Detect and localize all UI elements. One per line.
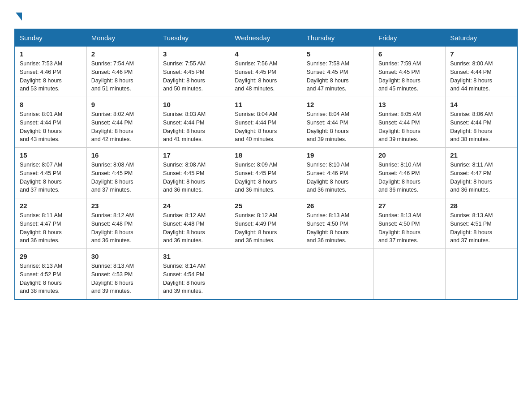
- day-cell: 12 Sunrise: 8:04 AM Sunset: 4:44 PM Dayl…: [302, 97, 373, 148]
- week-row-4: 22 Sunrise: 8:11 AM Sunset: 4:47 PM Dayl…: [15, 198, 517, 249]
- day-number: 18: [235, 151, 297, 159]
- day-info: Sunrise: 8:04 AM Sunset: 4:44 PM Dayligh…: [235, 110, 297, 144]
- day-info: Sunrise: 8:02 AM Sunset: 4:44 PM Dayligh…: [91, 110, 154, 144]
- day-cell: 22 Sunrise: 8:11 AM Sunset: 4:47 PM Dayl…: [15, 198, 86, 249]
- day-info: Sunrise: 7:55 AM Sunset: 4:45 PM Dayligh…: [163, 60, 225, 93]
- day-info: Sunrise: 8:10 AM Sunset: 4:46 PM Dayligh…: [378, 161, 441, 194]
- day-number: 14: [450, 101, 512, 108]
- day-number: 1: [20, 50, 82, 58]
- day-info: Sunrise: 8:03 AM Sunset: 4:44 PM Dayligh…: [163, 110, 225, 144]
- day-info: Sunrise: 7:53 AM Sunset: 4:46 PM Dayligh…: [20, 60, 82, 93]
- col-header-wednesday: Wednesday: [230, 29, 302, 47]
- day-info: Sunrise: 8:12 AM Sunset: 4:49 PM Dayligh…: [235, 211, 297, 245]
- logo: [14, 11, 22, 21]
- day-number: 8: [20, 101, 82, 108]
- day-number: 25: [235, 202, 297, 210]
- day-number: 7: [450, 50, 512, 58]
- day-info: Sunrise: 8:07 AM Sunset: 4:45 PM Dayligh…: [20, 161, 82, 194]
- day-number: 26: [307, 202, 369, 210]
- day-number: 20: [378, 151, 441, 159]
- day-number: 16: [91, 151, 154, 159]
- day-number: 5: [307, 50, 369, 58]
- week-row-2: 8 Sunrise: 8:01 AM Sunset: 4:44 PM Dayli…: [15, 97, 517, 148]
- day-number: 17: [163, 151, 225, 159]
- day-cell: 24 Sunrise: 8:12 AM Sunset: 4:48 PM Dayl…: [159, 198, 230, 249]
- week-row-1: 1 Sunrise: 7:53 AM Sunset: 4:46 PM Dayli…: [15, 47, 517, 97]
- col-header-thursday: Thursday: [302, 29, 373, 47]
- day-number: 15: [20, 151, 82, 159]
- day-number: 31: [163, 253, 225, 260]
- day-info: Sunrise: 8:11 AM Sunset: 4:47 PM Dayligh…: [450, 161, 512, 194]
- day-cell: 17 Sunrise: 8:08 AM Sunset: 4:45 PM Dayl…: [159, 148, 230, 198]
- day-number: 3: [163, 50, 225, 58]
- day-info: Sunrise: 8:08 AM Sunset: 4:45 PM Dayligh…: [91, 161, 154, 194]
- day-cell: 18 Sunrise: 8:09 AM Sunset: 4:45 PM Dayl…: [230, 148, 302, 198]
- day-cell: 4 Sunrise: 7:56 AM Sunset: 4:45 PM Dayli…: [230, 47, 302, 97]
- week-row-3: 15 Sunrise: 8:07 AM Sunset: 4:45 PM Dayl…: [15, 148, 517, 198]
- day-info: Sunrise: 8:13 AM Sunset: 4:52 PM Dayligh…: [20, 262, 82, 295]
- day-number: 22: [20, 202, 82, 210]
- day-number: 23: [91, 202, 154, 210]
- day-cell: 7 Sunrise: 8:00 AM Sunset: 4:44 PM Dayli…: [446, 47, 517, 97]
- day-cell: 14 Sunrise: 8:06 AM Sunset: 4:44 PM Dayl…: [446, 97, 517, 148]
- day-number: 9: [91, 101, 154, 108]
- day-info: Sunrise: 8:10 AM Sunset: 4:46 PM Dayligh…: [307, 161, 369, 194]
- day-number: 4: [235, 50, 297, 58]
- day-info: Sunrise: 7:59 AM Sunset: 4:45 PM Dayligh…: [378, 60, 441, 93]
- week-row-5: 29 Sunrise: 8:13 AM Sunset: 4:52 PM Dayl…: [15, 249, 517, 300]
- day-info: Sunrise: 8:14 AM Sunset: 4:54 PM Dayligh…: [163, 262, 225, 295]
- day-cell: 5 Sunrise: 7:58 AM Sunset: 4:45 PM Dayli…: [302, 47, 373, 97]
- day-number: 13: [378, 101, 441, 108]
- day-cell: 10 Sunrise: 8:03 AM Sunset: 4:44 PM Dayl…: [159, 97, 230, 148]
- day-cell: 23 Sunrise: 8:12 AM Sunset: 4:48 PM Dayl…: [86, 198, 158, 249]
- day-info: Sunrise: 8:11 AM Sunset: 4:47 PM Dayligh…: [20, 211, 82, 245]
- day-number: 11: [235, 101, 297, 108]
- day-cell: 9 Sunrise: 8:02 AM Sunset: 4:44 PM Dayli…: [86, 97, 158, 148]
- day-number: 21: [450, 151, 512, 159]
- col-header-monday: Monday: [86, 29, 158, 47]
- day-number: 30: [91, 253, 154, 260]
- day-number: 24: [163, 202, 225, 210]
- day-info: Sunrise: 8:06 AM Sunset: 4:44 PM Dayligh…: [450, 110, 512, 144]
- day-cell: [373, 249, 445, 300]
- day-info: Sunrise: 8:13 AM Sunset: 4:53 PM Dayligh…: [91, 262, 154, 295]
- day-info: Sunrise: 8:00 AM Sunset: 4:44 PM Dayligh…: [450, 60, 512, 93]
- day-cell: 1 Sunrise: 7:53 AM Sunset: 4:46 PM Dayli…: [15, 47, 86, 97]
- logo-arrow-icon: [16, 13, 22, 21]
- page-header: [14, 11, 518, 21]
- day-cell: [446, 249, 517, 300]
- day-info: Sunrise: 8:12 AM Sunset: 4:48 PM Dayligh…: [91, 211, 154, 245]
- day-number: 28: [450, 202, 512, 210]
- day-info: Sunrise: 8:13 AM Sunset: 4:51 PM Dayligh…: [450, 211, 512, 245]
- day-cell: 25 Sunrise: 8:12 AM Sunset: 4:49 PM Dayl…: [230, 198, 302, 249]
- day-cell: [230, 249, 302, 300]
- day-cell: 11 Sunrise: 8:04 AM Sunset: 4:44 PM Dayl…: [230, 97, 302, 148]
- day-cell: 19 Sunrise: 8:10 AM Sunset: 4:46 PM Dayl…: [302, 148, 373, 198]
- day-info: Sunrise: 7:54 AM Sunset: 4:46 PM Dayligh…: [91, 60, 154, 93]
- day-cell: 6 Sunrise: 7:59 AM Sunset: 4:45 PM Dayli…: [373, 47, 445, 97]
- day-cell: 13 Sunrise: 8:05 AM Sunset: 4:44 PM Dayl…: [373, 97, 445, 148]
- day-info: Sunrise: 8:09 AM Sunset: 4:45 PM Dayligh…: [235, 161, 297, 194]
- day-number: 2: [91, 50, 154, 58]
- day-info: Sunrise: 7:56 AM Sunset: 4:45 PM Dayligh…: [235, 60, 297, 93]
- day-number: 19: [307, 151, 369, 159]
- day-cell: 29 Sunrise: 8:13 AM Sunset: 4:52 PM Dayl…: [15, 249, 86, 300]
- day-cell: 3 Sunrise: 7:55 AM Sunset: 4:45 PM Dayli…: [159, 47, 230, 97]
- day-number: 12: [307, 101, 369, 108]
- day-info: Sunrise: 8:08 AM Sunset: 4:45 PM Dayligh…: [163, 161, 225, 194]
- day-info: Sunrise: 8:12 AM Sunset: 4:48 PM Dayligh…: [163, 211, 225, 245]
- col-header-saturday: Saturday: [446, 29, 517, 47]
- day-number: 29: [20, 253, 82, 260]
- day-info: Sunrise: 8:05 AM Sunset: 4:44 PM Dayligh…: [378, 110, 441, 144]
- day-cell: 2 Sunrise: 7:54 AM Sunset: 4:46 PM Dayli…: [86, 47, 158, 97]
- calendar-table: SundayMondayTuesdayWednesdayThursdayFrid…: [14, 29, 518, 300]
- day-cell: 15 Sunrise: 8:07 AM Sunset: 4:45 PM Dayl…: [15, 148, 86, 198]
- day-cell: 26 Sunrise: 8:13 AM Sunset: 4:50 PM Dayl…: [302, 198, 373, 249]
- day-cell: 27 Sunrise: 8:13 AM Sunset: 4:50 PM Dayl…: [373, 198, 445, 249]
- day-info: Sunrise: 8:04 AM Sunset: 4:44 PM Dayligh…: [307, 110, 369, 144]
- col-header-sunday: Sunday: [15, 29, 86, 47]
- day-number: 6: [378, 50, 441, 58]
- calendar-header-row: SundayMondayTuesdayWednesdayThursdayFrid…: [15, 29, 517, 47]
- day-cell: [302, 249, 373, 300]
- day-cell: 16 Sunrise: 8:08 AM Sunset: 4:45 PM Dayl…: [86, 148, 158, 198]
